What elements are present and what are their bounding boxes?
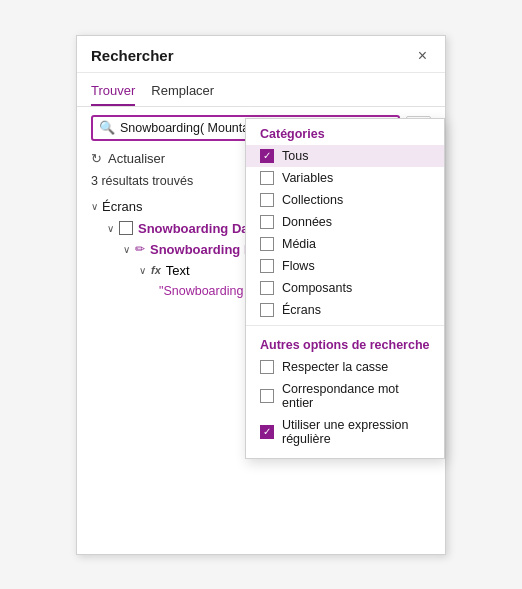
dropdown-item-casse[interactable]: Respecter la casse <box>246 356 444 378</box>
fx-icon: fx <box>151 264 161 276</box>
title-bar: Rechercher × <box>77 36 445 73</box>
dropdown-item-collections[interactable]: Collections <box>246 189 444 211</box>
fx-chevron-icon: ∨ <box>139 265 146 276</box>
dropdown-label-collections: Collections <box>282 193 343 207</box>
checkbox-flows[interactable] <box>260 259 274 273</box>
dropdown-item-ecrans[interactable]: Écrans <box>246 299 444 321</box>
refresh-icon: ↻ <box>91 151 102 166</box>
dropdown-item-donnees[interactable]: Données <box>246 211 444 233</box>
dropdown-item-variables[interactable]: Variables <box>246 167 444 189</box>
dropdown-item-composants[interactable]: Composants <box>246 277 444 299</box>
checkbox-media[interactable] <box>260 237 274 251</box>
dropdown-label-flows: Flows <box>282 259 315 273</box>
dropdown-item-tous[interactable]: Tous <box>246 145 444 167</box>
checkbox-collections[interactable] <box>260 193 274 207</box>
dropdown-label-composants: Composants <box>282 281 352 295</box>
checkbox-composants[interactable] <box>260 281 274 295</box>
checkbox-casse[interactable] <box>260 360 274 374</box>
refresh-label: Actualiser <box>108 151 165 166</box>
dropdown-panel: Catégories Tous Variables Collections Do… <box>245 118 445 459</box>
dropdown-item-flows[interactable]: Flows <box>246 255 444 277</box>
dropdown-label-media: Média <box>282 237 316 251</box>
checkbox-tous[interactable] <box>260 149 274 163</box>
checkbox-variables[interactable] <box>260 171 274 185</box>
checkbox-regex[interactable] <box>260 425 274 439</box>
tree-root-label: Écrans <box>102 199 142 214</box>
component-chevron-icon: ∨ <box>123 244 130 255</box>
dropdown-label-tous: Tous <box>282 149 308 163</box>
search-window: Rechercher × Trouver Remplacer 🔍 Snowboa… <box>76 35 446 555</box>
dropdown-label-mot-entier: Correspondance mot entier <box>282 382 430 410</box>
edit-icon: ✏ <box>135 242 145 256</box>
screen-chevron-icon: ∨ <box>107 223 114 234</box>
divider <box>246 325 444 326</box>
dropdown-item-media[interactable]: Média <box>246 233 444 255</box>
checkbox-ecrans[interactable] <box>260 303 274 317</box>
categories-title: Catégories <box>246 119 444 145</box>
window-title: Rechercher <box>91 47 174 64</box>
checkbox-mot-entier[interactable] <box>260 389 274 403</box>
dropdown-item-regex[interactable]: Utiliser une expression régulière <box>246 414 444 450</box>
tab-remplacer[interactable]: Remplacer <box>151 79 214 106</box>
tabs-bar: Trouver Remplacer <box>77 73 445 107</box>
fx-label: Text <box>166 263 190 278</box>
root-chevron-icon: ∨ <box>91 201 98 212</box>
dropdown-label-casse: Respecter la casse <box>282 360 388 374</box>
tab-trouver[interactable]: Trouver <box>91 79 135 106</box>
checkbox-donnees[interactable] <box>260 215 274 229</box>
close-button[interactable]: × <box>414 46 431 66</box>
screen-icon <box>119 221 133 235</box>
other-options-title: Autres options de recherche <box>246 330 444 356</box>
search-icon: 🔍 <box>99 120 115 135</box>
dropdown-label-regex: Utiliser une expression régulière <box>282 418 430 446</box>
dropdown-item-mot-entier[interactable]: Correspondance mot entier <box>246 378 444 414</box>
dropdown-label-ecrans: Écrans <box>282 303 321 317</box>
dropdown-label-variables: Variables <box>282 171 333 185</box>
dropdown-label-donnees: Données <box>282 215 332 229</box>
